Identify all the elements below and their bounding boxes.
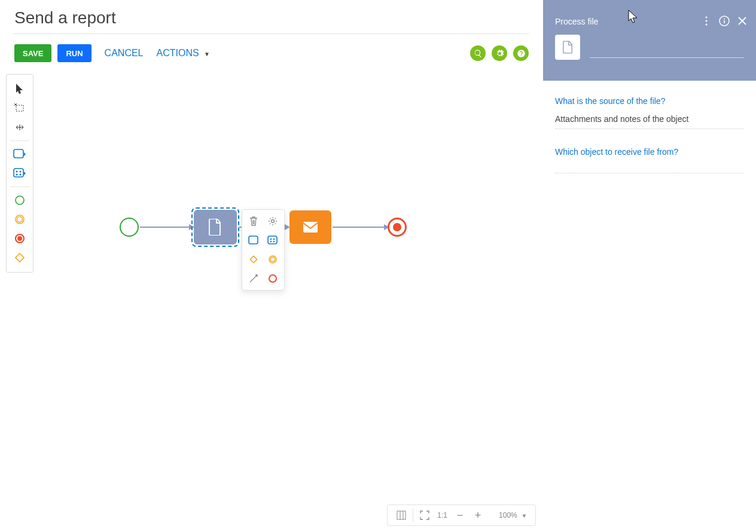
svg-point-17 xyxy=(270,239,272,240)
cancel-button[interactable]: CANCEL xyxy=(105,48,144,59)
node-end-event[interactable] xyxy=(388,218,407,237)
svg-rect-0 xyxy=(16,105,23,111)
gear-icon[interactable] xyxy=(492,45,507,61)
ctx-gateway-icon[interactable] xyxy=(245,252,263,267)
tool-intermediate-event[interactable] xyxy=(11,210,29,228)
ctx-service-task-icon[interactable] xyxy=(264,233,282,248)
toolbar: SAVE RUN CANCEL ACTIONS ▼ xyxy=(14,42,529,64)
tool-service-task[interactable] xyxy=(11,164,29,182)
ctx-delete-icon[interactable] xyxy=(245,213,263,229)
ctx-settings-icon[interactable] xyxy=(264,213,282,229)
svg-point-19 xyxy=(270,241,272,243)
save-button[interactable]: SAVE xyxy=(14,44,51,62)
flow-start-to-file[interactable] xyxy=(140,227,189,228)
panel-element-icon xyxy=(555,35,580,60)
node-process-file[interactable] xyxy=(194,210,237,244)
flow-mail-to-end[interactable] xyxy=(333,227,384,228)
svg-point-3 xyxy=(16,171,18,173)
svg-point-9 xyxy=(17,217,23,222)
actions-dropdown[interactable]: ACTIONS ▼ xyxy=(157,48,210,59)
tool-hresize[interactable] xyxy=(11,118,29,136)
svg-rect-2 xyxy=(14,169,23,177)
panel-info-icon[interactable] xyxy=(719,16,730,26)
node-start-event[interactable] xyxy=(120,218,139,237)
title-divider xyxy=(14,33,529,34)
tool-palette xyxy=(6,74,33,273)
svg-point-4 xyxy=(20,171,22,173)
panel-close-icon[interactable] xyxy=(737,16,748,26)
svg-point-7 xyxy=(16,196,24,204)
tool-start-event[interactable] xyxy=(11,191,29,209)
mail-icon xyxy=(303,221,318,233)
node-context-menu xyxy=(242,209,285,291)
zoom-in-button[interactable]: + xyxy=(469,506,487,524)
properties-panel: Process file What is the source of the f… xyxy=(543,0,756,532)
ctx-end-event-icon[interactable] xyxy=(264,271,282,286)
svg-rect-15 xyxy=(249,236,258,244)
help-icon[interactable] xyxy=(513,45,529,61)
svg-point-24 xyxy=(269,275,276,282)
source-value-field[interactable]: Attachments and notes of the object xyxy=(555,114,744,129)
panel-header: Process file xyxy=(543,0,756,81)
caret-down-icon: ▼ xyxy=(522,513,527,519)
svg-rect-25 xyxy=(397,511,406,519)
panel-body: What is the source of the file? Attachme… xyxy=(543,81,756,189)
svg-point-14 xyxy=(272,220,275,223)
svg-point-26 xyxy=(706,17,708,19)
svg-point-20 xyxy=(273,241,275,243)
object-value-field[interactable] xyxy=(555,165,744,173)
node-send-email[interactable] xyxy=(289,210,331,244)
ctx-user-task-icon[interactable] xyxy=(245,233,263,248)
panel-more-icon[interactable] xyxy=(701,16,712,26)
panel-name-input[interactable] xyxy=(590,57,744,58)
zoom-fit-icon[interactable] xyxy=(416,506,434,524)
svg-point-23 xyxy=(270,257,275,262)
page-title: Send a report xyxy=(14,8,543,27)
zoom-out-button[interactable]: − xyxy=(451,506,469,524)
svg-rect-16 xyxy=(268,236,277,244)
svg-point-18 xyxy=(273,239,275,240)
svg-rect-12 xyxy=(16,253,24,262)
tool-user-task[interactable] xyxy=(11,145,29,163)
svg-rect-13 xyxy=(303,222,318,233)
tool-end-event[interactable] xyxy=(11,230,29,247)
question-object-label: Which object to receive file from? xyxy=(555,147,744,157)
tool-pointer[interactable] xyxy=(11,80,29,98)
file-icon xyxy=(562,41,573,54)
zoom-ratio-button[interactable]: 1:1 xyxy=(434,511,451,519)
search-icon[interactable] xyxy=(470,45,486,61)
ctx-intermediate-event-icon[interactable] xyxy=(264,252,282,267)
ctx-sequence-flow-icon[interactable] xyxy=(245,271,263,286)
file-icon xyxy=(208,219,222,236)
caret-down-icon: ▼ xyxy=(204,51,210,57)
question-source-label: What is the source of the file? xyxy=(555,96,744,106)
svg-rect-21 xyxy=(250,256,257,262)
svg-point-5 xyxy=(16,174,18,176)
zoom-percent-dropdown[interactable]: 100% ▼ xyxy=(487,511,531,519)
main-designer-area: Send a report SAVE RUN CANCEL ACTIONS ▼ xyxy=(0,0,543,532)
panel-title: Process file xyxy=(555,17,598,26)
zoom-percent-value: 100% xyxy=(499,511,517,519)
svg-point-30 xyxy=(724,19,725,20)
svg-point-27 xyxy=(706,20,708,22)
zoom-map-icon[interactable] xyxy=(392,506,410,524)
svg-point-28 xyxy=(706,24,708,26)
svg-rect-31 xyxy=(724,20,725,23)
svg-point-11 xyxy=(17,236,22,241)
svg-rect-1 xyxy=(14,149,23,158)
tool-lasso[interactable] xyxy=(11,99,29,117)
svg-point-6 xyxy=(20,174,22,176)
tool-gateway[interactable] xyxy=(11,249,29,267)
zoom-toolbar: 1:1 − + 100% ▼ xyxy=(387,505,536,526)
actions-label: ACTIONS xyxy=(157,48,199,58)
run-button[interactable]: RUN xyxy=(57,44,91,62)
